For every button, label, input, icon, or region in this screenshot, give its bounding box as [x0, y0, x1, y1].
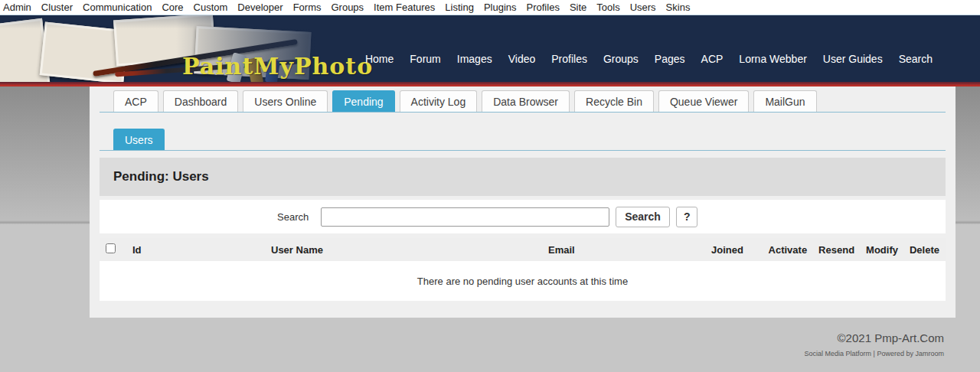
- nav-item-images[interactable]: Images: [457, 53, 492, 65]
- admin-menu-item-core[interactable]: Core: [162, 2, 183, 13]
- tab-users-online[interactable]: Users Online: [243, 90, 328, 112]
- admin-menu-item-admin[interactable]: Admin: [3, 2, 31, 13]
- search-input[interactable]: [321, 207, 609, 227]
- acp-tab-bar: ACPDashboardUsers OnlinePendingActivity …: [100, 90, 946, 113]
- column-header-delete: Delete: [910, 244, 939, 256]
- nav-item-lorna-webber[interactable]: Lorna Webber: [739, 53, 806, 65]
- nav-item-profiles[interactable]: Profiles: [551, 53, 587, 65]
- select-all-checkbox-cell: [100, 243, 132, 256]
- help-button[interactable]: ?: [676, 207, 698, 227]
- admin-menu-bar: AdminClusterCommunicationCoreCustomDevel…: [0, 0, 980, 15]
- panel-title-banner: Pending: Users: [100, 158, 946, 196]
- search-label: Search: [277, 211, 309, 223]
- admin-menu-item-custom[interactable]: Custom: [194, 2, 228, 13]
- acp-content: ACPDashboardUsers OnlinePendingActivity …: [90, 86, 956, 318]
- admin-menu-item-profiles[interactable]: Profiles: [527, 2, 560, 13]
- tab-data-browser[interactable]: Data Browser: [482, 90, 570, 112]
- tab-activity-log[interactable]: Activity Log: [400, 90, 478, 112]
- nav-item-home[interactable]: Home: [365, 53, 394, 65]
- tab-mailgun[interactable]: MailGun: [753, 90, 816, 112]
- table-header-row: Id User Name Email Joined Activate Resen…: [100, 238, 946, 261]
- nav-item-user-guides[interactable]: User Guides: [823, 53, 883, 65]
- admin-menu-item-site[interactable]: Site: [570, 2, 586, 13]
- column-header-joined: Joined: [711, 244, 757, 256]
- site-logo[interactable]: PaintMyPhoto: [182, 53, 373, 80]
- site-header: PaintMyPhoto HomeForumImagesVideoProfile…: [0, 15, 980, 82]
- footer-tagline: Social Media Platform | Powered by Jamro…: [0, 350, 944, 357]
- column-header-id: Id: [132, 244, 271, 256]
- admin-menu-item-groups[interactable]: Groups: [331, 2, 364, 13]
- tab-queue-viewer[interactable]: Queue Viewer: [658, 90, 749, 112]
- acp-subtab-bar: Users: [100, 129, 946, 151]
- admin-menu-item-tools[interactable]: Tools: [596, 2, 619, 13]
- nav-item-groups[interactable]: Groups: [603, 53, 639, 65]
- search-panel: Search Search ?: [100, 200, 946, 233]
- nav-item-video[interactable]: Video: [508, 53, 536, 65]
- column-header-activate: Activate: [769, 244, 808, 256]
- column-header-modify: Modify: [866, 244, 898, 256]
- main-nav: HomeForumImagesVideoProfilesGroupsPagesA…: [365, 53, 933, 65]
- column-header-email: Email: [548, 244, 711, 256]
- tab-dashboard[interactable]: Dashboard: [163, 90, 239, 112]
- empty-state-row: There are no pending user accounts at th…: [100, 261, 946, 301]
- empty-state-message: There are no pending user accounts at th…: [417, 276, 628, 287]
- admin-menu-item-item-features[interactable]: Item Features: [374, 2, 435, 13]
- tab-pending[interactable]: Pending: [332, 90, 394, 112]
- search-button[interactable]: Search: [616, 207, 670, 227]
- tab-acp[interactable]: ACP: [113, 90, 158, 112]
- pending-users-table: Id User Name Email Joined Activate Resen…: [100, 238, 946, 301]
- admin-menu-item-skins[interactable]: Skins: [666, 2, 691, 13]
- admin-menu-item-users[interactable]: Users: [630, 2, 656, 13]
- subtab-users[interactable]: Users: [113, 129, 165, 150]
- admin-menu-item-forms[interactable]: Forms: [293, 2, 322, 13]
- tab-recycle-bin[interactable]: Recycle Bin: [574, 90, 654, 112]
- admin-menu-item-developer[interactable]: Developer: [237, 2, 283, 13]
- nav-item-acp[interactable]: ACP: [701, 53, 724, 65]
- column-header-user-name: User Name: [271, 244, 548, 256]
- select-all-checkbox[interactable]: [106, 243, 116, 253]
- page-footer: ©2021 Pmp-Art.Com Social Media Platform …: [0, 331, 980, 357]
- column-header-resend: Resend: [818, 244, 854, 256]
- nav-item-pages[interactable]: Pages: [655, 53, 685, 65]
- panel-title: Pending: Users: [113, 169, 209, 184]
- admin-menu-item-plugins[interactable]: Plugins: [484, 2, 517, 13]
- admin-menu-item-listing[interactable]: Listing: [445, 2, 474, 13]
- admin-menu-item-communication[interactable]: Communication: [83, 2, 152, 13]
- nav-item-forum[interactable]: Forum: [410, 53, 440, 65]
- nav-item-search[interactable]: Search: [899, 53, 933, 65]
- admin-menu-item-cluster[interactable]: Cluster: [41, 2, 73, 13]
- footer-copyright: ©2021 Pmp-Art.Com: [0, 331, 944, 344]
